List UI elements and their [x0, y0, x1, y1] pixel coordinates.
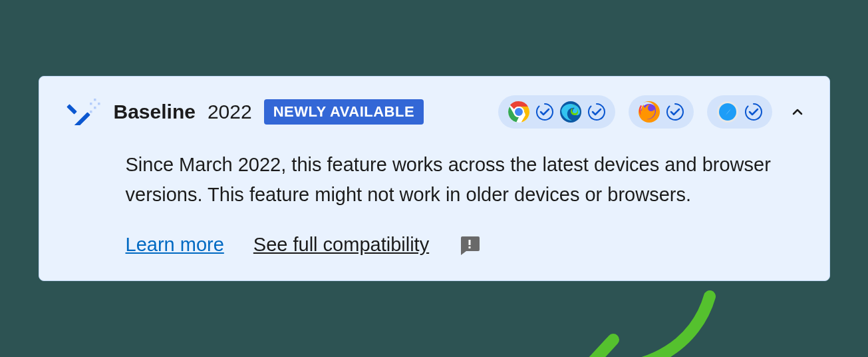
- availability-badge: NEWLY AVAILABLE: [264, 99, 424, 125]
- baseline-card: Baseline 2022 NEWLY AVAILABLE: [39, 76, 830, 281]
- feedback-icon[interactable]: [458, 234, 481, 256]
- svg-rect-2: [90, 103, 92, 105]
- learn-more-link[interactable]: Learn more: [126, 234, 224, 256]
- full-compatibility-link[interactable]: See full compatibility: [253, 234, 429, 256]
- title-name: Baseline: [114, 101, 196, 123]
- links-row: Learn more See full compatibility: [126, 234, 805, 256]
- check-ok-icon: [587, 103, 606, 121]
- chrome-icon: [507, 101, 530, 123]
- annotation-arrow-icon: [577, 290, 723, 357]
- svg-rect-4: [90, 111, 92, 113]
- svg-rect-15: [469, 246, 471, 248]
- title-year: 2022: [208, 101, 252, 123]
- check-ok-icon: [744, 103, 763, 121]
- card-body: Since March 2022, this feature works acr…: [126, 150, 805, 256]
- browser-support-row: [498, 95, 805, 129]
- svg-rect-14: [469, 240, 471, 245]
- svg-point-13: [719, 103, 736, 121]
- browser-pill-chromium: [498, 95, 615, 129]
- check-ok-icon: [535, 103, 554, 121]
- browser-pill-firefox: [629, 95, 694, 129]
- svg-rect-0: [67, 104, 77, 115]
- title: Baseline 2022 NEWLY AVAILABLE: [114, 99, 424, 125]
- baseline-check-icon: [63, 99, 100, 125]
- browser-pill-safari: [707, 95, 772, 129]
- safari-icon: [716, 101, 739, 123]
- chevron-up-icon[interactable]: [790, 104, 805, 120]
- svg-rect-1: [73, 112, 90, 125]
- svg-rect-3: [94, 107, 96, 109]
- check-ok-icon: [666, 103, 684, 121]
- description-text: Since March 2022, this feature works acr…: [126, 150, 778, 210]
- card-header: Baseline 2022 NEWLY AVAILABLE: [63, 95, 805, 129]
- svg-rect-6: [98, 103, 100, 105]
- firefox-icon: [638, 101, 660, 123]
- svg-rect-5: [94, 99, 96, 101]
- edge-icon: [559, 101, 582, 123]
